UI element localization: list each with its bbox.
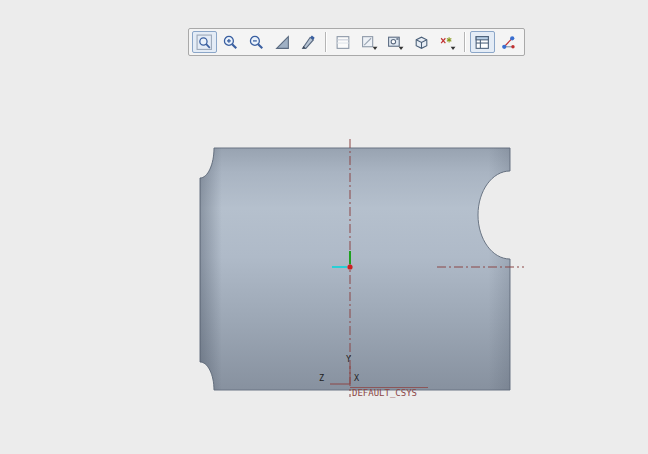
csys-x-label: X — [354, 373, 360, 383]
application-window: Y X Z DEFAULT_CSYS — [0, 0, 648, 454]
csys-name-label: DEFAULT_CSYS — [352, 388, 417, 398]
model-part-shading-overlay — [200, 148, 510, 390]
csys-z-label: Z — [319, 373, 324, 383]
graphics-viewport[interactable]: Y X Z DEFAULT_CSYS — [0, 0, 648, 454]
model-part[interactable] — [200, 148, 510, 390]
csys-y-label: Y — [346, 354, 351, 364]
origin-point — [347, 264, 352, 269]
